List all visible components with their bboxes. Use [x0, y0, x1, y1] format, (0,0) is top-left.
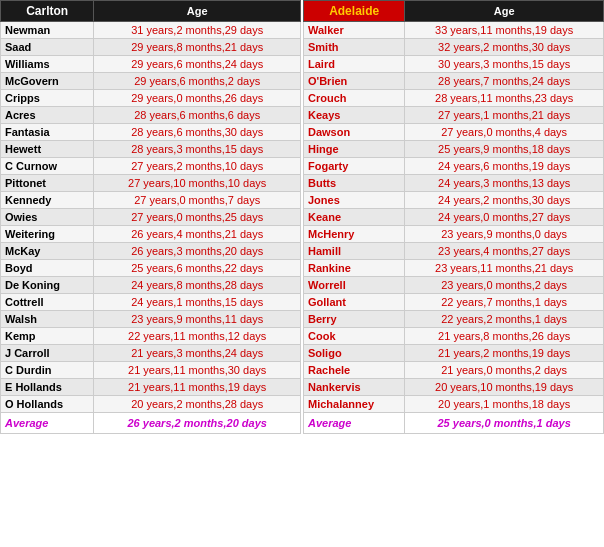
- player-name: Jones: [304, 192, 405, 209]
- player-age: 27 years,0 months,4 days: [405, 124, 604, 141]
- table-row: C Durdin 21 years,11 months,30 days: [1, 362, 301, 379]
- player-name: Keane: [304, 209, 405, 226]
- player-name: Cook: [304, 328, 405, 345]
- player-name: Hamill: [304, 243, 405, 260]
- adelaide-avg-value: 25 years,0 months,1 days: [405, 413, 604, 434]
- player-name: McGovern: [1, 73, 94, 90]
- carlton-table: Carlton Age Newman 31 years,2 months,29 …: [0, 0, 301, 434]
- table-row: Boyd 25 years,6 months,22 days: [1, 260, 301, 277]
- player-name: Acres: [1, 107, 94, 124]
- table-row: Rankine 23 years,11 months,21 days: [304, 260, 604, 277]
- player-name: Smith: [304, 39, 405, 56]
- table-row: Gollant 22 years,7 months,1 days: [304, 294, 604, 311]
- player-age: 24 years,6 months,19 days: [405, 158, 604, 175]
- player-name: Cottrell: [1, 294, 94, 311]
- player-name: J Carroll: [1, 345, 94, 362]
- player-name: C Curnow: [1, 158, 94, 175]
- table-row: Keane 24 years,0 months,27 days: [304, 209, 604, 226]
- table-row: Kemp 22 years,11 months,12 days: [1, 328, 301, 345]
- table-row: Soligo 21 years,2 months,19 days: [304, 345, 604, 362]
- player-age: 27 years,0 months,7 days: [94, 192, 301, 209]
- player-age: 27 years,10 months,10 days: [94, 175, 301, 192]
- player-age: 26 years,4 months,21 days: [94, 226, 301, 243]
- player-age: 25 years,9 months,18 days: [405, 141, 604, 158]
- player-age: 23 years,9 months,11 days: [94, 311, 301, 328]
- player-name: Laird: [304, 56, 405, 73]
- player-age: 27 years,0 months,25 days: [94, 209, 301, 226]
- table-row: Walsh 23 years,9 months,11 days: [1, 311, 301, 328]
- player-name: McKay: [1, 243, 94, 260]
- player-name: Boyd: [1, 260, 94, 277]
- table-row: Hewett 28 years,3 months,15 days: [1, 141, 301, 158]
- table-row: Michalanney 20 years,1 months,18 days: [304, 396, 604, 413]
- table-row: Kennedy 27 years,0 months,7 days: [1, 192, 301, 209]
- player-age: 22 years,7 months,1 days: [405, 294, 604, 311]
- player-name: Cripps: [1, 90, 94, 107]
- table-row: Williams 29 years,6 months,24 days: [1, 56, 301, 73]
- player-name: Rachele: [304, 362, 405, 379]
- table-row: Hamill 23 years,4 months,27 days: [304, 243, 604, 260]
- table-row: Saad 29 years,8 months,21 days: [1, 39, 301, 56]
- player-age: 27 years,2 months,10 days: [94, 158, 301, 175]
- player-name: Worrell: [304, 277, 405, 294]
- table-row: Smith 32 years,2 months,30 days: [304, 39, 604, 56]
- table-row: Fogarty 24 years,6 months,19 days: [304, 158, 604, 175]
- player-age: 28 years,11 months,23 days: [405, 90, 604, 107]
- player-name: Hewett: [1, 141, 94, 158]
- player-age: 32 years,2 months,30 days: [405, 39, 604, 56]
- player-age: 22 years,11 months,12 days: [94, 328, 301, 345]
- table-row: Crouch 28 years,11 months,23 days: [304, 90, 604, 107]
- player-age: 28 years,6 months,30 days: [94, 124, 301, 141]
- player-name: De Koning: [1, 277, 94, 294]
- player-name: Owies: [1, 209, 94, 226]
- player-name: Pittonet: [1, 175, 94, 192]
- player-age: 23 years,9 months,0 days: [405, 226, 604, 243]
- player-name: Kennedy: [1, 192, 94, 209]
- player-age: 27 years,1 months,21 days: [405, 107, 604, 124]
- player-name: Butts: [304, 175, 405, 192]
- table-row: Keays 27 years,1 months,21 days: [304, 107, 604, 124]
- player-age: 20 years,10 months,19 days: [405, 379, 604, 396]
- adelaide-team: Adelaide Age Walker 33 years,11 months,1…: [303, 0, 604, 434]
- table-row: Pittonet 27 years,10 months,10 days: [1, 175, 301, 192]
- table-row: Dawson 27 years,0 months,4 days: [304, 124, 604, 141]
- adelaide-table: Adelaide Age Walker 33 years,11 months,1…: [303, 0, 604, 434]
- player-name: Fogarty: [304, 158, 405, 175]
- player-age: 24 years,1 months,15 days: [94, 294, 301, 311]
- player-age: 20 years,2 months,28 days: [94, 396, 301, 413]
- table-row: C Curnow 27 years,2 months,10 days: [1, 158, 301, 175]
- player-age: 29 years,0 months,26 days: [94, 90, 301, 107]
- carlton-team: Carlton Age Newman 31 years,2 months,29 …: [0, 0, 301, 434]
- carlton-team-header: Carlton: [1, 1, 94, 22]
- player-name: Williams: [1, 56, 94, 73]
- player-name: Fantasia: [1, 124, 94, 141]
- table-row: Hinge 25 years,9 months,18 days: [304, 141, 604, 158]
- table-row: Cripps 29 years,0 months,26 days: [1, 90, 301, 107]
- table-row: Acres 28 years,6 months,6 days: [1, 107, 301, 124]
- table-row: J Carroll 21 years,3 months,24 days: [1, 345, 301, 362]
- table-row: Butts 24 years,3 months,13 days: [304, 175, 604, 192]
- table-row: O'Brien 28 years,7 months,24 days: [304, 73, 604, 90]
- carlton-age-header: Age: [94, 1, 301, 22]
- table-row: McHenry 23 years,9 months,0 days: [304, 226, 604, 243]
- player-name: Walsh: [1, 311, 94, 328]
- table-row: Laird 30 years,3 months,15 days: [304, 56, 604, 73]
- main-container: Carlton Age Newman 31 years,2 months,29 …: [0, 0, 604, 434]
- player-age: 31 years,2 months,29 days: [94, 22, 301, 39]
- player-age: 24 years,8 months,28 days: [94, 277, 301, 294]
- player-age: 20 years,1 months,18 days: [405, 396, 604, 413]
- player-age: 21 years,3 months,24 days: [94, 345, 301, 362]
- table-row: Jones 24 years,2 months,30 days: [304, 192, 604, 209]
- player-name: O'Brien: [304, 73, 405, 90]
- player-name: E Hollands: [1, 379, 94, 396]
- table-row: Berry 22 years,2 months,1 days: [304, 311, 604, 328]
- player-age: 33 years,11 months,19 days: [405, 22, 604, 39]
- player-name: Rankine: [304, 260, 405, 277]
- player-name: Weitering: [1, 226, 94, 243]
- player-name: Walker: [304, 22, 405, 39]
- player-name: Crouch: [304, 90, 405, 107]
- player-name: O Hollands: [1, 396, 94, 413]
- player-age: 21 years,11 months,30 days: [94, 362, 301, 379]
- player-age: 30 years,3 months,15 days: [405, 56, 604, 73]
- table-row: McKay 26 years,3 months,20 days: [1, 243, 301, 260]
